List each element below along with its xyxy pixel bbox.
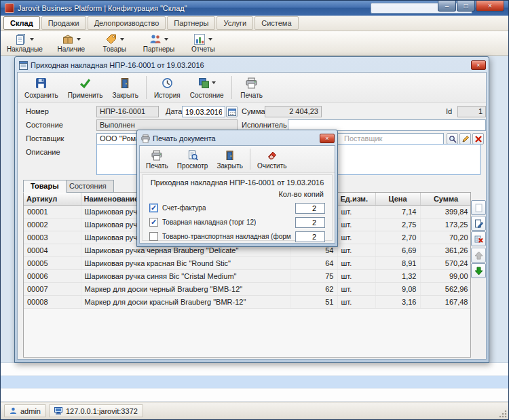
document-close-button[interactable]: × — [471, 60, 486, 70]
tab-sostoyaniya[interactable]: Состояния — [62, 180, 114, 193]
ribbon-button-partners[interactable]: Партнеры — [140, 32, 178, 54]
ribbon-button-invoices[interactable]: Накладные — [3, 32, 46, 54]
minimize-button[interactable]: – — [438, 1, 456, 12]
print-dialog: Печать документа × Печать Про — [136, 130, 338, 247]
printer-icon — [141, 134, 150, 143]
window-controls: – □ × — [437, 1, 504, 12]
delete-row-button[interactable] — [471, 231, 486, 246]
table-row[interactable]: 00005 Шариковая ручка красная Bic "Round… — [24, 256, 471, 269]
column-header-price[interactable]: Цена — [375, 193, 420, 205]
option-label[interactable]: Счет-фактура — [162, 204, 206, 212]
copies-input[interactable] — [295, 231, 325, 242]
background-list-row — [1, 389, 508, 402]
form-icon — [19, 61, 28, 70]
option-label[interactable]: Товарная накладная (торг 12) — [162, 218, 256, 226]
print-option-row: ✓ Товарная накладная (торг 12) — [145, 215, 329, 229]
dialog-clear-button[interactable]: Очистить — [253, 147, 291, 172]
clock-icon — [162, 76, 173, 90]
layers-icon — [198, 77, 210, 89]
move-row-up-button[interactable] — [471, 248, 486, 263]
user-icon — [10, 407, 17, 415]
table-row[interactable]: 00006 Шариковая ручка синяя Bic "Cristal… — [24, 269, 471, 282]
checkbox-ttn[interactable] — [149, 232, 158, 241]
option-label[interactable]: Товарно-транспортная накладная (форма 1Т… — [162, 233, 291, 240]
supplier-clear-button[interactable] — [472, 133, 484, 145]
app-icon — [5, 3, 14, 13]
calendar-button[interactable] — [226, 106, 238, 117]
dialog-preview-button[interactable]: Просмотр — [173, 147, 212, 172]
date-input[interactable] — [182, 106, 225, 117]
dialog-close-button[interactable]: Закрыть — [212, 147, 247, 172]
toolbar-separator — [231, 76, 232, 99]
close-button[interactable]: × — [476, 1, 504, 12]
print-dialog-body: Печать Просмотр Закрыть — [139, 145, 335, 244]
print-button[interactable]: Печать — [235, 74, 268, 101]
supplier-label: Поставщик — [26, 134, 64, 142]
checkbox-schet-faktura[interactable]: ✓ — [149, 204, 158, 212]
table-row[interactable]: 00007 Маркер для доски черный Brauberg "… — [24, 282, 471, 295]
copies-input[interactable] — [295, 203, 325, 214]
door-icon — [119, 76, 131, 90]
bar-chart-icon — [193, 33, 206, 45]
down-arrow-icon — [474, 267, 483, 275]
executor-label: Исполнитель — [242, 121, 287, 129]
number-label: Номер — [26, 107, 49, 115]
dropdown-arrow-icon[interactable] — [77, 38, 81, 41]
history-button[interactable]: История — [150, 74, 185, 101]
ribbon-button-stock[interactable]: Наличие — [53, 32, 90, 54]
box-icon — [62, 33, 74, 45]
column-header-total[interactable]: Сумма — [420, 193, 471, 205]
status-user-panel: admin — [4, 404, 46, 417]
print-dialog-toolbar: Печать Просмотр Закрыть — [140, 146, 335, 173]
add-row-button[interactable] — [471, 200, 486, 215]
tab-uslugi[interactable]: Услуги — [216, 16, 253, 30]
door-icon — [225, 149, 235, 162]
copies-input[interactable] — [295, 217, 325, 228]
dropdown-arrow-icon[interactable] — [212, 81, 216, 84]
move-row-down-button[interactable] — [471, 263, 486, 278]
description-label: Описание — [26, 148, 60, 156]
save-button[interactable]: Сохранить — [20, 74, 62, 101]
apply-button[interactable]: Применить — [64, 74, 107, 101]
print-option-row: ✓ Счет-фактура — [145, 201, 329, 215]
document-title: Приходная накладная НПР-16-0001 от 19.03… — [31, 61, 468, 69]
dropdown-arrow-icon[interactable] — [120, 38, 124, 41]
copies-column-label: Кол-во копий — [278, 190, 324, 198]
mdi-area: Приходная накладная НПР-16-0001 от 19.03… — [1, 56, 508, 402]
background-list-row-selected — [1, 376, 508, 389]
toolbar-separator — [146, 76, 147, 99]
tab-partnery[interactable]: Партнеры — [167, 16, 215, 30]
eraser-icon — [267, 149, 278, 162]
toolbar-separator — [250, 149, 250, 170]
dialog-print-button[interactable]: Печать — [142, 147, 172, 172]
floppy-icon — [35, 76, 47, 90]
edit-row-button[interactable] — [471, 216, 486, 231]
magnifier-icon — [449, 135, 457, 143]
status-bar: admin 127.0.0.1:jarovit:3372 — [1, 402, 508, 419]
state-button[interactable]: Состояние — [186, 74, 228, 101]
tab-sistema[interactable]: Система — [254, 16, 298, 30]
print-dialog-close-button[interactable]: × — [320, 134, 335, 143]
tab-sklad[interactable]: Склад — [3, 16, 40, 30]
maximize-button[interactable]: □ — [457, 1, 475, 12]
resize-grip[interactable] — [499, 410, 507, 418]
people-icon — [149, 33, 162, 45]
supplier-edit-button[interactable] — [459, 133, 471, 145]
table-row[interactable]: 00008 Маркер для доски красный Brauberg … — [24, 295, 471, 308]
column-header-art[interactable]: Артикул — [24, 193, 81, 205]
print-dialog-titlebar: Печать документа × — [139, 132, 335, 145]
tab-prodazhi[interactable]: Продажи — [41, 16, 86, 30]
column-header-unit[interactable]: Ед.изм. — [337, 193, 375, 205]
ribbon-button-goods[interactable]: Товары — [96, 32, 133, 54]
dropdown-arrow-icon[interactable] — [164, 38, 168, 41]
tab-tovary[interactable]: Товары — [23, 180, 67, 193]
checkbox-tovarnaya-nakladnaya[interactable]: ✓ — [149, 218, 158, 227]
close-document-button[interactable]: Закрыть — [108, 74, 143, 101]
ribbon-button-reports[interactable]: Отчеты — [185, 32, 221, 54]
dropdown-arrow-icon[interactable] — [30, 38, 34, 41]
supplier-value: ООО "Рома — [100, 134, 140, 142]
supplier-lookup-button[interactable] — [447, 133, 458, 145]
tab-deloproizvodstvo[interactable]: Делопроизводство — [88, 16, 166, 30]
sum-label: Сумма — [242, 107, 265, 115]
dropdown-arrow-icon[interactable] — [208, 38, 212, 41]
